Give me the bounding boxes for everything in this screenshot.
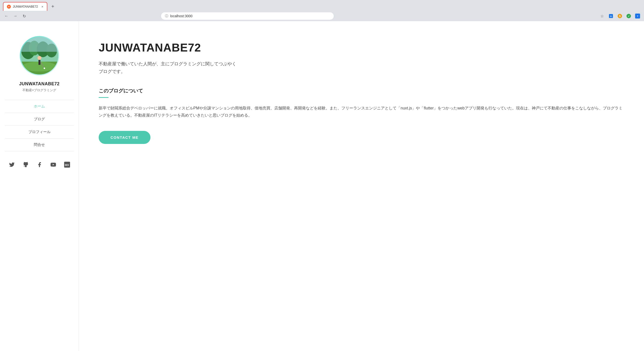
tab-favicon xyxy=(7,5,11,9)
reload-button[interactable]: ↻ xyxy=(21,12,28,19)
sidebar-nav: ホーム ブログ プロフィール 問合せ xyxy=(5,100,74,151)
svg-text:✓: ✓ xyxy=(628,15,630,17)
svg-rect-20 xyxy=(21,37,58,52)
svg-point-19 xyxy=(44,67,45,69)
active-tab[interactable]: JUNWATANABE72 × xyxy=(3,2,47,11)
dev-icon[interactable]: DEV xyxy=(63,160,72,169)
address-bar: ← → ↻ ⓘ localhost:3000 ☆ G S ✓ T xyxy=(0,11,644,21)
lock-icon: ⓘ xyxy=(165,14,168,18)
url-bar[interactable]: ⓘ localhost:3000 xyxy=(161,12,334,20)
about-text: 新卒で財閥系総合デベロッパーに就職。オフィスビルPMや分譲マンションの用地取得、… xyxy=(99,105,624,119)
main-content: JUNWATANABE72 不動産屋で働いていた人間が、主にプログラミングに関し… xyxy=(79,21,644,351)
tab-title: JUNWATANABE72 xyxy=(13,5,40,8)
browser-chrome: JUNWATANABE72 × + ← → ↻ ⓘ localhost:3000… xyxy=(0,0,644,21)
avatar-wrapper xyxy=(20,36,59,75)
facebook-icon[interactable] xyxy=(35,160,44,169)
tab-close-button[interactable]: × xyxy=(42,5,44,8)
twitter-icon[interactable] xyxy=(8,160,16,169)
bookmark-button[interactable]: ☆ xyxy=(598,12,606,19)
sidebar-item-home[interactable]: ホーム xyxy=(5,100,74,113)
avatar xyxy=(21,37,58,74)
blog-description: 不動産屋で働いていた人間が、主にプログラミングに関してつぶやくブログです。 xyxy=(99,60,624,75)
extension-btn-1[interactable]: G xyxy=(608,12,614,19)
sidebar-item-profile[interactable]: プロフィール xyxy=(5,126,74,139)
browser-actions: ☆ G S ✓ T xyxy=(598,12,641,19)
extension-btn-3[interactable]: ✓ xyxy=(625,12,632,19)
svg-point-16 xyxy=(38,56,42,60)
forward-button[interactable]: → xyxy=(12,12,19,19)
extension-btn-4[interactable]: T xyxy=(634,12,641,19)
contact-me-button[interactable]: CONTACT ME xyxy=(99,131,150,144)
svg-text:S: S xyxy=(619,15,621,17)
svg-text:T: T xyxy=(637,15,638,17)
sidebar-name: JUNWATANABE72 xyxy=(19,81,60,86)
new-tab-button[interactable]: + xyxy=(49,2,57,10)
svg-text:G: G xyxy=(610,15,612,17)
sidebar-item-contact[interactable]: 問合せ xyxy=(5,139,74,151)
sidebar-tagline: 不動産×プログラミング xyxy=(22,88,56,92)
page: JUNWATANABE72 不動産×プログラミング ホーム ブログ プロフィール… xyxy=(0,21,644,351)
youtube-icon[interactable] xyxy=(49,160,58,169)
tab-bar: JUNWATANABE72 × + xyxy=(0,0,644,11)
about-heading: このブログについて xyxy=(99,87,624,94)
sidebar-item-blog[interactable]: ブログ xyxy=(5,113,74,126)
section-underline xyxy=(99,97,108,98)
back-button[interactable]: ← xyxy=(3,12,10,19)
sidebar: JUNWATANABE72 不動産×プログラミング ホーム ブログ プロフィール… xyxy=(0,21,79,351)
svg-text:DEV: DEV xyxy=(65,164,69,166)
extension-btn-2[interactable]: S xyxy=(616,12,623,19)
social-icons: DEV xyxy=(8,160,72,169)
svg-rect-17 xyxy=(38,60,40,65)
blog-title: JUNWATANABE72 xyxy=(99,41,624,54)
github-icon[interactable] xyxy=(21,160,30,169)
url-text: localhost:3000 xyxy=(170,14,192,18)
